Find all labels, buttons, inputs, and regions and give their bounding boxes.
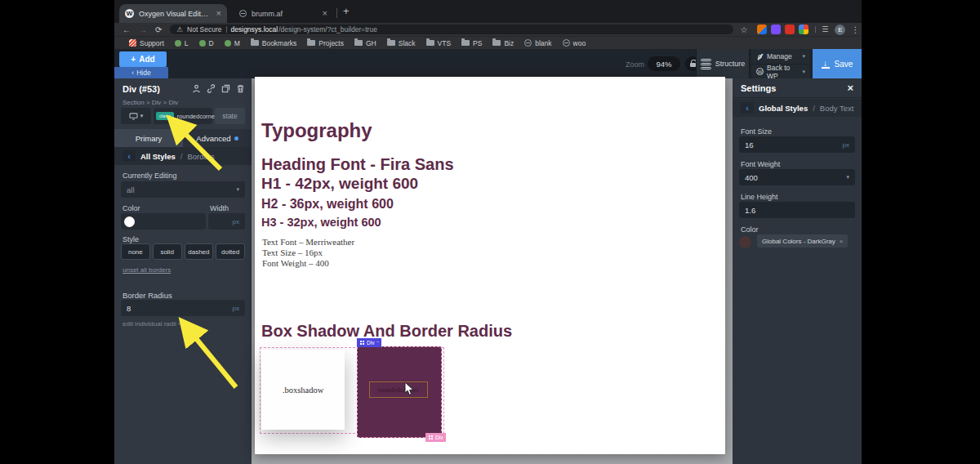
save-button[interactable]: ↓Save — [813, 49, 862, 78]
inner-outlined-box[interactable]: roundedcorners — [369, 381, 428, 398]
global-color-chip[interactable]: Global Colors - DarkGray × — [757, 234, 848, 248]
state-button[interactable]: state — [215, 108, 245, 124]
h3-spec-line[interactable]: H3 - 32px, weight 600 — [261, 216, 381, 229]
h1-spec-line[interactable]: H1 - 42px, weight 600 — [261, 175, 418, 193]
tab-close-icon[interactable]: × — [323, 9, 327, 18]
back-icon[interactable]: ← — [122, 25, 131, 34]
back-chevron-button[interactable]: ‹ — [122, 150, 136, 162]
typography-heading[interactable]: Typography — [261, 119, 372, 142]
trash-icon[interactable] — [236, 84, 245, 93]
unset-all-borders-link[interactable]: unset all borders — [122, 266, 171, 274]
tab-primary[interactable]: Primary — [114, 129, 183, 147]
font-weight-line[interactable]: Font Weight – 400 — [262, 258, 329, 268]
hide-panel-button[interactable]: ‹Hide — [114, 67, 168, 78]
bookmark-item[interactable]: Support — [129, 39, 164, 47]
h2-spec-line[interactable]: H2 - 36px, weight 600 — [261, 197, 394, 212]
class-name: roundedcorners — [177, 113, 220, 120]
folder-icon — [354, 40, 363, 46]
tab-title: brumm.af — [252, 10, 318, 18]
border-width-input[interactable]: px — [208, 213, 245, 230]
bookmark-folder[interactable]: GH — [354, 39, 376, 47]
tab-oxygen-editor[interactable]: W Oxygen Visual Editor - Design × — [119, 4, 227, 23]
reusable-part-icon[interactable] — [192, 84, 201, 93]
color-swatch[interactable] — [739, 236, 751, 248]
style-none-button[interactable]: none — [121, 243, 150, 260]
extension-icon[interactable] — [799, 25, 808, 34]
new-tab-button[interactable]: + — [343, 5, 350, 17]
zoom-value[interactable]: 94% — [648, 56, 680, 71]
bookmark-folder[interactable]: Slack — [387, 39, 416, 47]
add-element-button[interactable]: +Add — [119, 51, 167, 67]
selected-roundedcorners-box[interactable]: roundedcorners — [357, 346, 442, 438]
warning-icon: ⚠ — [176, 25, 183, 33]
back-chevron-button[interactable]: ‹ — [741, 102, 754, 114]
bookmark-folder[interactable]: VTS — [426, 39, 452, 47]
chevron-down-icon: ▾ — [802, 53, 805, 60]
text-font-line[interactable]: Text Font – Merriweather — [262, 237, 354, 247]
settings-breadcrumb: ‹ Global Styles / Body Text — [733, 99, 862, 117]
styles-parent[interactable]: All Styles — [140, 152, 176, 161]
duplicate-icon[interactable] — [221, 84, 230, 93]
color-swatch[interactable] — [124, 216, 135, 227]
extension-icon[interactable] — [771, 25, 781, 34]
boxshadow-heading[interactable]: Box Shadow And Border Radius — [261, 322, 512, 341]
font-size-input[interactable]: 16px — [739, 136, 855, 153]
bookmark-item[interactable]: D — [199, 39, 214, 47]
element-breadcrumb[interactable]: Section > Div > Div — [122, 99, 178, 106]
reload-icon[interactable]: ⟳ — [155, 25, 162, 34]
structure-button[interactable]: Structure — [696, 49, 750, 78]
style-solid-button[interactable]: solid — [153, 243, 182, 260]
style-dotted-button[interactable]: dotted — [216, 243, 245, 260]
bookmark-folder[interactable]: Biz — [492, 39, 514, 47]
dot-favicon-icon — [225, 40, 231, 47]
body-color-row: Global Colors - DarkGray × — [733, 234, 862, 251]
border-radius-input[interactable]: 8px — [121, 300, 245, 316]
font-weight-select[interactable]: 400▾ — [739, 169, 855, 185]
reading-list-icon[interactable]: ☰ — [822, 25, 828, 33]
tab-advanced[interactable]: Advanced — [183, 129, 252, 147]
bookmark-folder[interactable]: Projects — [307, 39, 344, 47]
style-dashed-button[interactable]: dashed — [185, 243, 214, 260]
border-color-input[interactable] — [121, 213, 206, 230]
chevron-up-icon[interactable]: ˆ — [376, 341, 378, 346]
profile-avatar[interactable]: E — [835, 25, 845, 35]
move-handle-icon[interactable] — [360, 341, 364, 345]
url-bar[interactable]: ⚠ Not Secure designsys.local /design-sys… — [170, 25, 733, 34]
bookmark-folder[interactable]: PS — [461, 39, 482, 47]
class-selector-field[interactable]: class roundedcorners — [154, 108, 212, 124]
extension-icon[interactable] — [757, 25, 767, 34]
forward-icon[interactable]: → — [139, 25, 147, 34]
boxshadow-demo-box[interactable]: .boxshadow — [261, 350, 345, 430]
currently-editing-select[interactable]: all▾ — [121, 181, 245, 198]
lock-icon — [690, 63, 696, 67]
dot-favicon-icon — [199, 40, 206, 47]
selected-div-badge[interactable]: Div ˆ — [357, 338, 381, 347]
bookmark-star-icon[interactable]: ☆ — [740, 25, 747, 34]
chip-remove-icon[interactable]: × — [840, 238, 844, 245]
text-size-line[interactable]: Text Size – 16px — [262, 248, 323, 257]
close-icon[interactable]: × — [847, 82, 853, 94]
dot-favicon-icon — [175, 40, 181, 47]
bookmark-item[interactable]: woo — [563, 39, 586, 47]
folder-icon — [426, 40, 434, 46]
kebab-menu-icon[interactable]: ⋮ — [851, 25, 859, 34]
edit-individual-radii-link[interactable]: edit individual radii » — [122, 320, 182, 328]
line-height-input[interactable]: 1.6 — [739, 202, 855, 218]
plus-icon: + — [131, 55, 136, 64]
tab-close-icon[interactable]: × — [216, 9, 221, 18]
bookmark-item[interactable]: blank — [524, 39, 551, 47]
bookmark-item[interactable]: M — [225, 39, 240, 47]
link-icon[interactable] — [207, 84, 216, 93]
tab-brumm[interactable]: brumm.af × — [234, 4, 333, 23]
border-radius-label: Border Radius — [122, 291, 172, 300]
bookmark-item[interactable]: L — [175, 39, 189, 47]
back-to-wp-button[interactable]: W Back to WP▾ — [751, 64, 810, 78]
extension-icon[interactable] — [785, 25, 795, 34]
crumb-parent[interactable]: Global Styles — [759, 104, 808, 113]
page-preview[interactable]: Typography Heading Font - Fira Sans H1 -… — [255, 77, 725, 454]
device-selector[interactable]: ▾ — [121, 108, 151, 124]
bookmark-folder[interactable]: Bookmarks — [251, 39, 297, 47]
heading-font-line[interactable]: Heading Font - Fira Sans — [261, 155, 454, 174]
hover-div-badge[interactable]: Div — [425, 433, 446, 442]
manage-button[interactable]: Manage▾ — [751, 49, 810, 64]
